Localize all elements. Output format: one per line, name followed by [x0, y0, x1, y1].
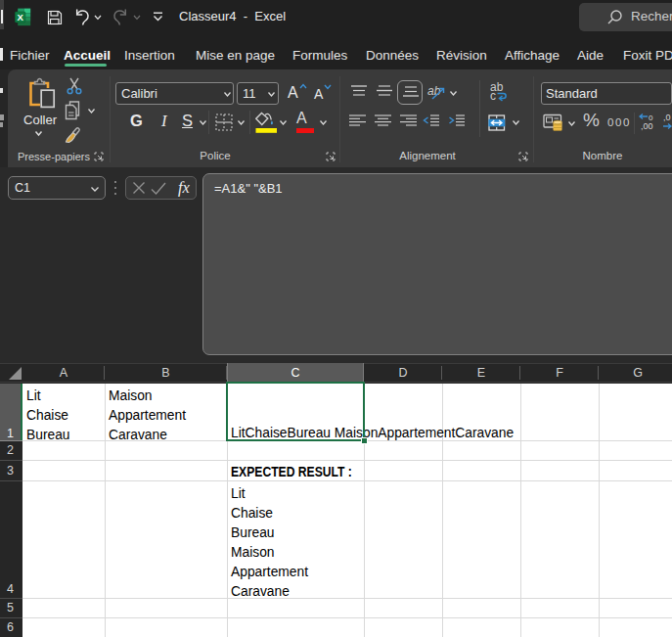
svg-text:,0: ,0 [663, 113, 671, 122]
svg-text:X: X [17, 11, 23, 22]
svg-text:,00: ,00 [641, 121, 653, 131]
